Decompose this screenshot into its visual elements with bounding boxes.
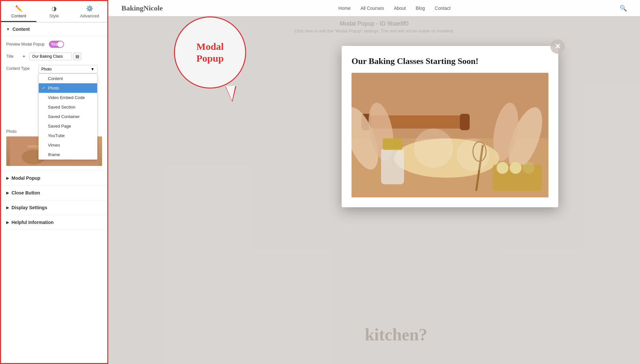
display-settings-header[interactable]: ▶ Display Settings: [1, 200, 107, 215]
top-nav: BakingNicole Home All Courses About Blog…: [108, 0, 640, 16]
modal-popup-label: Modal Popup: [11, 175, 40, 181]
preview-modal-field: Preview Modal Popup Yes: [6, 41, 102, 48]
dropdown-current: Photo: [41, 67, 52, 71]
dropdown-item-video-embed[interactable]: Video Embed Code: [39, 93, 97, 102]
dropdown-selected-value[interactable]: Photo ▼: [38, 65, 97, 73]
content-type-label: Content Type: [6, 66, 36, 71]
tab-content[interactable]: ✏️ Content: [1, 1, 36, 22]
tab-style-label: Style: [50, 13, 59, 18]
helpful-info-label: Helpful Information: [11, 220, 53, 225]
modal-popup-section: ▶ Modal Popup: [1, 171, 107, 186]
svg-rect-15: [381, 148, 404, 184]
toggle-background[interactable]: Yes: [49, 41, 64, 48]
tab-content-label: Content: [11, 13, 26, 18]
sidebar-tabs: ✏️ Content ◑ Style ⚙️ Advanced: [1, 1, 107, 23]
dropdown-item-saved-section[interactable]: Saved Section: [39, 102, 97, 112]
content-type-row: Content Type Photo ▼ Content Photo Video…: [6, 65, 102, 73]
modal-close-button[interactable]: ✕: [550, 39, 565, 54]
dropdown-item-iframe[interactable]: Iframe: [39, 150, 97, 159]
title-field-row: Title ✦ ▤: [6, 52, 102, 60]
toggle-yes-label: Yes: [51, 42, 58, 47]
title-input-wrap: ▤: [29, 52, 81, 60]
modal-image: [352, 73, 548, 197]
title-options-button[interactable]: ▤: [73, 52, 81, 60]
svg-point-18: [497, 162, 508, 174]
content-section-body: Preview Modal Popup Yes Title ✦ ▤: [1, 36, 107, 171]
svg-point-23: [414, 129, 453, 168]
close-button-section: ▶ Close Button: [1, 186, 107, 200]
dropdown-item-youtube[interactable]: YouTube: [39, 131, 97, 140]
svg-point-20: [523, 162, 535, 174]
main-area: BakingNicole Home All Courses About Blog…: [108, 0, 640, 364]
dropdown-item-vimeo[interactable]: Vimeo: [39, 140, 97, 150]
style-tab-icon: ◑: [52, 5, 57, 12]
nav-home[interactable]: Home: [338, 6, 351, 11]
content-type-menu: Content Photo Video Embed Code Saved Sec…: [38, 73, 97, 160]
speech-bubble-wrap: Modal Popup: [174, 16, 246, 89]
nav-links: Home All Courses About Blog Contact: [182, 6, 607, 11]
tab-advanced[interactable]: ⚙️ Advanced: [72, 1, 107, 22]
brand-name[interactable]: BakingNicole: [121, 4, 163, 12]
content-type-dropdown[interactable]: Photo ▼ Content Photo Video Embed Code S…: [38, 65, 97, 73]
content-section-header[interactable]: ▼ Content: [1, 23, 107, 36]
dropdown-item-content[interactable]: Content: [39, 74, 97, 83]
helpful-info-arrow: ▶: [6, 220, 9, 225]
preview-modal-label: Preview Modal Popup: [6, 42, 46, 47]
speech-bubble: Modal Popup: [174, 16, 246, 89]
nav-all-courses[interactable]: All Courses: [360, 6, 384, 11]
helpful-info-section: ▶ Helpful Information: [1, 215, 107, 230]
helpful-info-header[interactable]: ▶ Helpful Information: [1, 215, 107, 230]
modal-image-inner: [352, 73, 548, 197]
modal-title: Our Baking Classes Starting Soon!: [352, 56, 548, 67]
advanced-tab-icon: ⚙️: [86, 5, 93, 12]
tab-style[interactable]: ◑ Style: [36, 1, 72, 22]
nav-contact[interactable]: Contact: [435, 6, 451, 11]
title-dynamic-icon: ✦: [22, 54, 26, 59]
dropdown-item-photo[interactable]: Photo: [39, 83, 97, 93]
toggle-knob: [57, 41, 63, 47]
content-section-arrow: ▼: [6, 27, 10, 31]
close-button-header[interactable]: ▶ Close Button: [1, 186, 107, 200]
dropdown-chevron: ▼: [91, 67, 95, 71]
sidebar-content: ▼ Content Preview Modal Popup Yes Title …: [1, 23, 107, 363]
svg-rect-16: [383, 138, 402, 150]
bubble-text-line1: Modal: [196, 41, 224, 52]
title-field-label: Title: [6, 54, 19, 59]
display-settings-label: Display Settings: [11, 205, 47, 210]
dropdown-item-saved-container[interactable]: Saved Container: [39, 112, 97, 121]
content-tab-icon: ✏️: [15, 5, 22, 12]
svg-rect-9: [460, 114, 470, 130]
display-settings-section: ▶ Display Settings: [1, 200, 107, 215]
modal-box: ✕ Our Baking Classes Starting Soon!: [342, 46, 558, 207]
content-section-label: Content: [12, 27, 30, 32]
display-settings-arrow: ▶: [6, 206, 9, 210]
modal-popup-header[interactable]: ▶ Modal Popup: [1, 171, 107, 185]
close-button-label: Close Button: [11, 190, 40, 195]
title-input[interactable]: [29, 52, 72, 60]
bubble-text-line2: Popup: [196, 52, 224, 64]
search-icon[interactable]: 🔍: [620, 5, 627, 12]
speech-bubble-tail: [225, 86, 235, 101]
nav-about[interactable]: About: [394, 6, 406, 11]
dropdown-item-saved-page[interactable]: Saved Page: [39, 121, 97, 131]
tab-advanced-label: Advanced: [80, 13, 99, 18]
svg-point-19: [510, 162, 522, 174]
modal-popup-arrow: ▶: [6, 176, 9, 180]
svg-point-24: [457, 138, 489, 171]
close-button-arrow: ▶: [6, 191, 9, 195]
nav-blog[interactable]: Blog: [416, 6, 425, 11]
sidebar: ✏️ Content ◑ Style ⚙️ Advanced ▼ Content…: [0, 0, 108, 364]
preview-modal-toggle[interactable]: Yes: [49, 41, 64, 48]
